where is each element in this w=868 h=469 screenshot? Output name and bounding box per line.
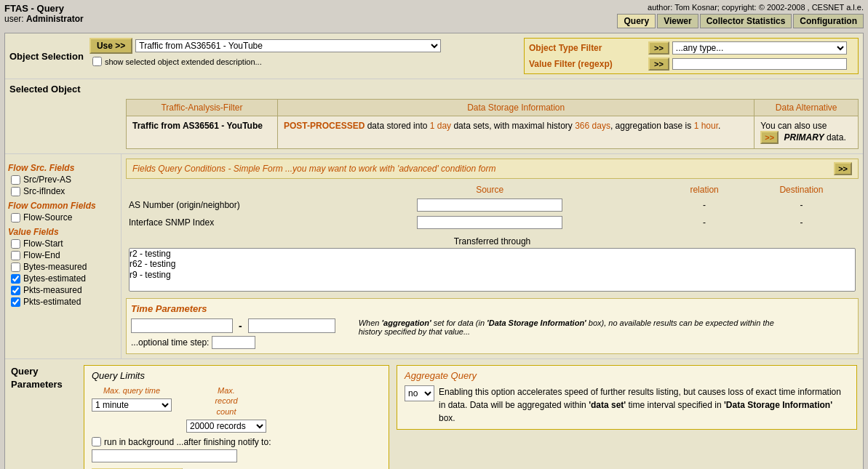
pkts-estimated-label: Pkts-estimated [23, 297, 81, 307]
agg-note-mid: time interval specified in [626, 400, 724, 410]
object-type-filter-dropdown[interactable]: ...any type... [672, 41, 847, 55]
object-type-filter-button[interactable]: >> [648, 41, 669, 55]
time-note-pre: When [359, 318, 382, 327]
max-query-time-label: Max. query time [92, 385, 172, 396]
nav-configuration[interactable]: Configuration [793, 14, 864, 28]
show-description-checkbox[interactable] [92, 57, 102, 66]
limits-row: Max. query time 1 minute2 minutes5 minut… [92, 385, 381, 433]
object-selection-row: Object Selection Use >> Traffic from AS3… [5, 33, 863, 79]
qp-label2: Parameters [11, 379, 63, 390]
bg-checkbox[interactable] [92, 437, 101, 446]
time-note: When 'aggregation' set for data (in 'Dat… [359, 318, 781, 336]
src-ifindex-label: Src-ifIndex [23, 186, 65, 196]
value-filter-input[interactable] [672, 58, 847, 70]
table-cell-storage: POST-PROCESSED data stored into 1 day da… [278, 116, 754, 149]
storage-hour: 1 hour [694, 121, 718, 131]
max-record-count-item: Max. record count 1000 records5000 recor… [186, 385, 266, 433]
col-header-relation: relation [664, 183, 744, 196]
value-fields-title: Value Fields [8, 227, 118, 237]
nav-viewer[interactable]: Viewer [657, 14, 698, 28]
table-header-alt: Data Alternative [754, 100, 859, 116]
flow-start-checkbox[interactable] [11, 239, 20, 249]
sidebar-item-flow-end: Flow-End [8, 250, 118, 260]
bytes-estimated-label: Bytes-estimated [23, 273, 86, 284]
nav-collector-stats[interactable]: Collector Statistics [700, 14, 792, 28]
sidebar-item-flow-start: Flow-Start [8, 238, 118, 249]
as-number-source-cell [315, 196, 664, 214]
aggregate-content: noyes Enabling this option accelerates s… [405, 385, 849, 425]
storage-text2: data sets, with maximal history [451, 121, 575, 131]
snmp-source-input[interactable] [417, 216, 562, 229]
aggregate-select[interactable]: noyes [405, 385, 434, 401]
snmp-label: Interface SNMP Index [126, 214, 315, 231]
time-dash: - [239, 320, 242, 332]
max-query-time-select[interactable]: 1 minute2 minutes5 minutes10 minutes [92, 398, 172, 412]
bg-text: run in background ...after finishing not… [104, 437, 271, 447]
advanced-form-button[interactable]: >> [834, 162, 852, 175]
time-params-title: Time Parameters [131, 303, 853, 314]
app-title: FTAS - Query [4, 3, 84, 14]
src-prev-as-checkbox[interactable] [11, 175, 20, 185]
nav-buttons: Query Viewer Collector Statistics Config… [617, 14, 864, 28]
conditions-bar-text: Fields Query Conditions - Simple Form ..… [132, 164, 495, 174]
transferred-label: Transferred through [129, 233, 856, 248]
pkts-estimated-checkbox[interactable] [11, 297, 20, 307]
query-right-area: Fields Query Conditions - Simple Form ..… [122, 154, 863, 358]
alt-text2: data. [824, 132, 846, 143]
src-ifindex-checkbox[interactable] [11, 187, 20, 196]
alt-text1: You can also use [760, 121, 827, 131]
sidebar-item-bytes-estimated: Bytes-estimated [8, 273, 118, 284]
time-note-agg: 'aggregation' [381, 318, 431, 327]
object-selection-controls: Use >> Traffic from AS36561 - YouTube sh… [89, 38, 441, 74]
primary-label: PRIMARY [784, 132, 824, 143]
bytes-measured-label: Bytes-measured [23, 262, 87, 272]
time-step-input[interactable]: auto [212, 336, 255, 349]
conditions-table: Source relation Destination AS Number (o… [126, 183, 859, 294]
snmp-relation: - [664, 214, 744, 231]
value-filter-row: Value Filter (regexp) >> [529, 57, 853, 71]
selected-object-title: Selected Object [9, 84, 859, 95]
max-query-label-text: Max. query time [103, 386, 160, 395]
value-filter-label: Value Filter (regexp) [529, 59, 645, 69]
time-end-input[interactable]: current [248, 318, 335, 333]
flow-source-checkbox[interactable] [11, 213, 20, 223]
query-main-area: Flow Src. Fields Src/Prev-AS Src-ifIndex… [5, 154, 863, 359]
filter-section: Object Type Filter >> ...any type... Val… [524, 38, 859, 74]
time-start-input[interactable]: current-10m [131, 318, 233, 333]
query-limits-box: Query Limits Max. query time 1 minute2 m… [84, 365, 389, 469]
agg-note-bold: 'data set' [589, 400, 626, 410]
table-row: Transferred through r2 - testingr62 - te… [126, 231, 859, 294]
aggregate-note: Enabling this option accelerates speed o… [439, 385, 849, 425]
pkts-measured-checkbox[interactable] [11, 286, 20, 295]
use-button[interactable]: Use >> [89, 38, 132, 54]
storage-days: 366 days [575, 121, 610, 131]
bytes-measured-checkbox[interactable] [11, 262, 20, 272]
primary-link-arrows[interactable]: >> [760, 131, 779, 144]
sidebar-item-bytes-measured: Bytes-measured [8, 262, 118, 272]
bg-email-input[interactable] [92, 449, 237, 462]
bytes-estimated-checkbox[interactable] [11, 274, 20, 284]
table-cell-filter-name: Traffic from AS36561 - YouTube [127, 116, 278, 149]
as-number-source-input[interactable] [417, 199, 562, 212]
flow-end-checkbox[interactable] [11, 251, 20, 260]
storage-text1: data stored into [365, 121, 429, 131]
sidebar-item-pkts-estimated: Pkts-estimated [8, 297, 118, 307]
transferred-list[interactable]: r2 - testingr62 - testingr9 - testing [129, 248, 856, 292]
user-info: user: Administrator [4, 14, 84, 24]
max-record-count-select[interactable]: 1000 records5000 records10000 records200… [186, 420, 266, 433]
user-label: user: [4, 14, 24, 24]
time-step-label: ...optional time step: [131, 337, 209, 348]
nav-query[interactable]: Query [617, 14, 656, 28]
sidebar-item-pkts-measured: Pkts-measured [8, 285, 118, 295]
object-dropdown[interactable]: Traffic from AS36561 - YouTube [135, 39, 441, 52]
selected-object-table: Traffic-Analysis-Filter Data Storage Inf… [126, 99, 859, 149]
flow-src-title: Flow Src. Fields [8, 163, 118, 173]
query-limits-title: Query Limits [92, 370, 381, 381]
query-params-section: Query Parameters Query Limits Max. query… [5, 359, 863, 469]
max-record-l2: record [215, 396, 237, 405]
selected-object-section: Selected Object Traffic-Analysis-Filter … [5, 79, 863, 154]
max-record-l3: count [217, 407, 236, 416]
bg-row: run in background ...after finishing not… [92, 437, 381, 447]
time-note-mid: set for data (in [431, 318, 487, 327]
value-filter-button[interactable]: >> [648, 57, 669, 71]
